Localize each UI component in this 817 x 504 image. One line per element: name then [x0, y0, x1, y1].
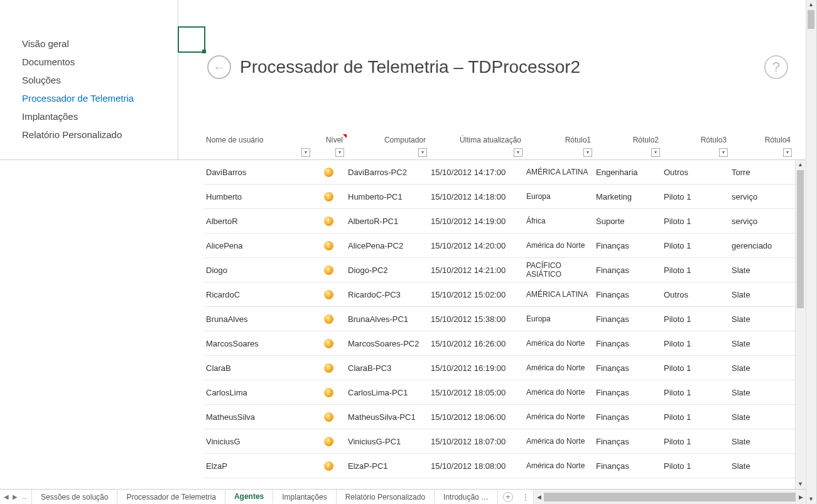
cell-level: ! [311, 312, 345, 326]
cell-username: BrunaAlves [203, 312, 311, 326]
cell-label2: Finanças [593, 410, 661, 424]
table-row[interactable]: RicardoC!RicardoC-PC315/10/2012 15:02:00… [203, 282, 806, 307]
cell-level: ! [311, 239, 345, 253]
cell-label3: Piloto 1 [661, 336, 729, 351]
cell-level: ! [311, 385, 345, 400]
filter-computer[interactable]: ▾ [418, 148, 427, 157]
window-scroll-thumb[interactable] [808, 10, 814, 29]
hscroll-right-icon[interactable]: ▶ [796, 494, 806, 500]
cell-updated: 15/10/2012 18:06:00 [428, 410, 524, 424]
col-label4: Rótulo4 ▾ [729, 136, 793, 159]
cell-username: CarlosLima [203, 385, 311, 400]
cell-label3: Piloto 1 [661, 263, 729, 277]
sheet-tab[interactable]: Agentes [225, 489, 273, 504]
cell-label2: Finanças [593, 361, 661, 375]
cell-label4: Slate [729, 336, 793, 351]
cell-updated: 15/10/2012 16:26:00 [428, 336, 524, 351]
cell-level: ! [311, 361, 345, 375]
cell-label3: Piloto 1 [661, 214, 729, 228]
table-row[interactable]: Humberto!Humberto-PC115/10/2012 14:18:00… [203, 185, 806, 209]
filter-label4[interactable]: ▾ [783, 148, 792, 157]
cell-label2: Marketing [593, 190, 661, 204]
col-label3-label: Rótulo3 [701, 136, 727, 144]
table-row[interactable]: BrunaAlves!BrunaAlves-PC115/10/2012 15:3… [203, 307, 806, 331]
cell-label2: Finanças [593, 312, 661, 326]
sheet-prev-icon[interactable]: ◀ [4, 493, 9, 500]
warning-icon: ! [324, 388, 333, 397]
col-label4-label: Rótulo4 [765, 136, 791, 144]
cell-level: ! [311, 165, 345, 180]
col-label3: Rótulo3 ▾ [661, 136, 729, 159]
selected-cell[interactable] [178, 26, 205, 53]
table-row[interactable]: ClaraB!ClaraB-PC315/10/2012 16:19:00Amér… [203, 356, 806, 380]
cell-computer: Diogo-PC2 [345, 263, 428, 277]
cell-label1: AMÉRICA LATINA [524, 165, 593, 179]
window-scroll-up-icon[interactable]: ▲ [806, 0, 816, 9]
sheet-nav: ◀ ▶ … [0, 490, 32, 504]
nav-deployments[interactable]: Implantações [22, 107, 178, 126]
filter-label1[interactable]: ▾ [583, 148, 592, 157]
add-sheet-button[interactable]: + [503, 492, 513, 502]
cell-label3: Piloto 1 [661, 239, 729, 253]
cell-label2: Finanças [593, 263, 661, 277]
cell-label2: Suporte [593, 214, 661, 228]
sheet-next-icon[interactable]: ▶ [13, 493, 18, 500]
help-button[interactable]: ? [764, 55, 788, 79]
cell-label1: Europa [524, 190, 593, 203]
cell-updated: 15/10/2012 14:17:00 [428, 165, 524, 180]
warning-icon: ! [324, 363, 333, 373]
cell-label2: Finanças [593, 434, 661, 449]
nav-custom-report[interactable]: Relatório Personalizado [22, 126, 178, 144]
table-row[interactable]: CarlosLima!CarlosLima-PC115/10/2012 18:0… [203, 380, 806, 405]
cell-updated: 15/10/2012 15:38:00 [428, 312, 524, 326]
cell-label3: Piloto 1 [661, 410, 729, 424]
table-row[interactable]: ViniciusG!ViniciusG-PC115/10/2012 18:07:… [203, 429, 806, 454]
cell-label4: Slate [729, 385, 793, 400]
sheet-tab[interactable]: Implantações [273, 490, 336, 504]
sheet-more-icon[interactable]: … [21, 493, 28, 500]
table-row[interactable]: Diogo!Diogo-PC215/10/2012 14:21:00PACÍFI… [203, 258, 806, 282]
table-row[interactable]: AlicePena!AlicePena-PC215/10/2012 14:20:… [203, 233, 806, 258]
table-row[interactable]: DaviBarros!DaviBarros-PC215/10/2012 14:1… [203, 160, 806, 185]
warning-icon: ! [324, 461, 333, 471]
cell-label2: Finanças [593, 336, 661, 351]
filter-label2[interactable]: ▾ [651, 148, 660, 157]
hscroll-thumb[interactable] [544, 493, 796, 501]
table-row[interactable]: AlbertoR!AlbertoR-PC115/10/2012 14:19:00… [203, 209, 806, 233]
window-scroll-down-icon[interactable]: ▼ [806, 495, 816, 504]
back-button[interactable]: ← [207, 55, 231, 79]
hscroll-left-icon[interactable]: ◀ [534, 494, 544, 500]
filter-username[interactable]: ▾ [301, 148, 310, 157]
table-row[interactable]: MarcosSoares!MarcosSoares-PC215/10/2012 … [203, 331, 806, 356]
window-vertical-scrollbar[interactable]: ▲ ▼ [806, 0, 816, 504]
filter-updated[interactable]: ▾ [514, 148, 522, 157]
filter-label3[interactable]: ▾ [719, 148, 728, 157]
cell-label4: gerenciado [729, 239, 793, 253]
cell-label3: Piloto 1 [661, 361, 729, 375]
table-row[interactable]: ElzaP!ElzaP-PC115/10/2012 18:08:00Améric… [203, 454, 806, 478]
scroll-up-icon[interactable]: ▲ [796, 160, 805, 169]
cell-level: ! [311, 336, 345, 351]
cell-computer: Humberto-PC1 [345, 190, 428, 204]
nav-overview[interactable]: Visão geral [22, 35, 178, 53]
sheet-tab[interactable]: Processador de Telemetria [117, 490, 225, 504]
nav-documents[interactable]: Documentos [22, 53, 178, 71]
horizontal-scrollbar[interactable]: ◀ ▶ [533, 490, 806, 504]
cell-username: ClaraB [203, 361, 311, 375]
arrow-left-icon: ← [213, 60, 225, 75]
filter-level[interactable]: ▾ [335, 148, 344, 157]
table-row[interactable]: MatheusSilva!MatheusSilva-PC115/10/2012 … [203, 405, 806, 429]
warning-icon: ! [324, 192, 333, 201]
vertical-scrollbar[interactable]: ▲ ▼ [795, 160, 806, 489]
cell-computer: AlbertoR-PC1 [345, 214, 428, 228]
sheet-tab[interactable]: Sessões de solução [32, 490, 117, 504]
nav-telemetry-processor[interactable]: Processador de Telemetria [22, 89, 178, 107]
nav-solutions[interactable]: Soluções [22, 71, 178, 89]
cell-label3: Piloto 1 [661, 459, 729, 473]
scroll-thumb[interactable] [797, 170, 804, 308]
scroll-down-icon[interactable]: ▼ [796, 480, 805, 489]
col-label2-label: Rótulo2 [633, 136, 659, 144]
sheet-tab[interactable]: Relatório Personalizado [337, 490, 435, 504]
warning-icon: ! [324, 339, 333, 348]
sheet-tab[interactable]: Introdução … [435, 490, 498, 504]
